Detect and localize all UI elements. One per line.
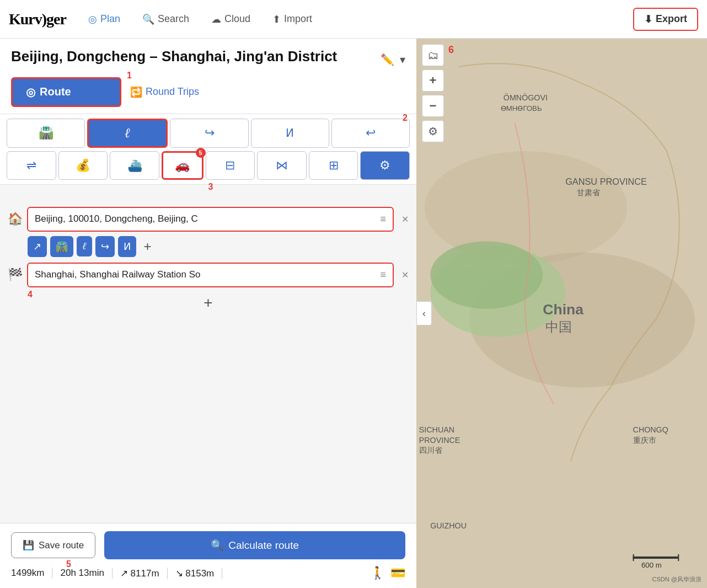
calculate-route-button[interactable]: 🔍 Calculate route bbox=[104, 531, 405, 559]
svg-text:中国: 中国 bbox=[545, 319, 572, 334]
route-title: Beijing, Dongcheng – Shanghai, Jing'an D… bbox=[11, 47, 337, 66]
layers-icon: 🗂 bbox=[427, 49, 438, 62]
nav-search[interactable]: 🔍 Search bbox=[133, 9, 198, 30]
stat-descent: ↘ 8153m bbox=[168, 568, 223, 579]
wp-curvy-btn[interactable]: ℓ bbox=[77, 236, 92, 256]
turn-right-icon: ↪ bbox=[205, 126, 215, 140]
ferry-btn[interactable]: ⛴️ bbox=[110, 151, 159, 180]
waypoint-row-1: 🏠 ≡ ✕ bbox=[8, 207, 409, 232]
round-trips-button[interactable]: 🔁 Round Trips bbox=[130, 86, 199, 98]
route-button[interactable]: ◎ Route bbox=[11, 77, 121, 107]
annotation-4: 4 bbox=[28, 290, 33, 300]
svg-text:GANSU PROVINCE: GANSU PROVINCE bbox=[565, 177, 647, 186]
shuffle-btn[interactable]: ⇌ bbox=[7, 151, 56, 180]
wp-highway-btn[interactable]: 🛣️ bbox=[50, 236, 73, 257]
plus-icon: + bbox=[430, 73, 437, 88]
zoom-out-btn[interactable]: − bbox=[422, 95, 444, 117]
minus-icon: − bbox=[430, 99, 437, 113]
start-icon: 🏠 bbox=[8, 212, 23, 226]
end-icon: 🏁 bbox=[8, 268, 23, 282]
calc-icon: 🔍 bbox=[211, 539, 224, 552]
grid-btn[interactable]: ⊞ bbox=[309, 151, 358, 180]
save-icon: 💾 bbox=[23, 539, 34, 551]
arrow-icon: ↗ bbox=[33, 240, 41, 253]
edit-icon[interactable]: ✏️ bbox=[381, 53, 394, 66]
close-waypoint-2[interactable]: ✕ bbox=[401, 270, 409, 280]
nav-export[interactable]: ⬇ Export bbox=[633, 8, 698, 31]
action-row: 1 ◎ Route 🔁 Round Trips bbox=[11, 77, 405, 107]
annotation-2: 2 bbox=[403, 113, 408, 123]
nav-plan[interactable]: ◎ Plan bbox=[79, 9, 129, 30]
car-icon: 🚗 bbox=[175, 158, 190, 173]
road-type-row: 2 🛣️ ℓ ↪ Ͷ ↩ bbox=[7, 119, 410, 148]
wp-add-btn[interactable]: + bbox=[140, 237, 156, 256]
stat-distance: 1499km bbox=[11, 568, 52, 579]
waypoint-2-input-wrap: ≡ bbox=[27, 263, 394, 287]
tunnel-btn[interactable]: ⊟ bbox=[206, 151, 255, 180]
annotation-3: 3 bbox=[208, 182, 213, 192]
left-panel: Beijing, Dongcheng – Shanghai, Jing'an D… bbox=[0, 39, 416, 588]
waypoint-1-input[interactable] bbox=[35, 213, 376, 224]
annotation-6: 6 bbox=[448, 44, 454, 56]
route-btn-label: Route bbox=[40, 85, 71, 98]
merge-icon: ⋈ bbox=[276, 158, 288, 173]
merge-btn[interactable]: ⋈ bbox=[257, 151, 307, 180]
gear-icon: ⚙ bbox=[428, 125, 438, 138]
add-waypoint-btn[interactable]: + bbox=[199, 292, 217, 314]
nav-import[interactable]: ⬆ Import bbox=[264, 9, 321, 30]
settings-btn[interactable]: ⚙ bbox=[360, 151, 410, 180]
waypoints-area: 🏠 ≡ ✕ ↗ 🛣️ ℓ ↪ bbox=[0, 200, 416, 523]
turn-right-btn[interactable]: ↪ bbox=[170, 119, 248, 148]
grid-icon: ⊞ bbox=[329, 158, 339, 173]
drag-icon-1[interactable]: ≡ bbox=[380, 213, 386, 225]
save-btn-label: Save route bbox=[39, 540, 84, 551]
annotation-5: 5 bbox=[66, 559, 71, 569]
close-waypoint-1[interactable]: ✕ bbox=[401, 214, 409, 224]
nav-export-label: Export bbox=[656, 13, 687, 25]
svg-text:PROVINCE: PROVINCE bbox=[419, 436, 460, 445]
waypoint-2-input[interactable] bbox=[35, 269, 376, 280]
wp-arrow-btn[interactable]: ↗ bbox=[28, 236, 47, 257]
zigzag-btn[interactable]: Ͷ bbox=[251, 119, 329, 148]
round-trips-icon: 🔁 bbox=[130, 86, 142, 98]
settings-icon: ⚙ bbox=[379, 158, 390, 173]
drag-icon-2[interactable]: ≡ bbox=[380, 269, 386, 281]
svg-text:ӨМНӨГОВЬ: ӨМНӨГОВЬ bbox=[501, 104, 542, 113]
svg-rect-19 bbox=[633, 557, 678, 559]
stat-ascent: ↗ 8117m bbox=[113, 568, 168, 579]
dropdown-icon[interactable]: ▾ bbox=[400, 53, 405, 66]
shuffle-icon: ⇌ bbox=[26, 158, 36, 173]
wp-turn-btn[interactable]: ↪ bbox=[95, 236, 115, 257]
wp-zigzag-btn[interactable]: Ͷ bbox=[118, 236, 136, 257]
highway-btn[interactable]: 🛣️ bbox=[7, 119, 85, 148]
ferry-icon: ⛴️ bbox=[127, 158, 142, 173]
svg-text:CHONGQ: CHONGQ bbox=[633, 425, 668, 434]
plus-row: + bbox=[8, 292, 409, 314]
route-icon: ◎ bbox=[26, 85, 35, 99]
curvy-btn[interactable]: ℓ bbox=[87, 119, 168, 148]
car-btn-wrap: 🚗 5 bbox=[162, 151, 203, 180]
nav-import-label: Import bbox=[284, 13, 312, 25]
svg-text:SICHUAN: SICHUAN bbox=[419, 425, 454, 434]
annotation-1: 1 bbox=[127, 71, 132, 81]
calc-btn-label: Calculate route bbox=[228, 539, 299, 552]
watermark: CSDN @风华浪浪 bbox=[652, 575, 701, 584]
sharp-turn-btn[interactable]: ↩ bbox=[331, 119, 410, 148]
car-badge: 5 bbox=[196, 148, 206, 158]
export-icon: ⬇ bbox=[644, 13, 652, 25]
zoom-in-btn[interactable]: + bbox=[422, 70, 444, 92]
import-icon: ⬆ bbox=[272, 13, 281, 25]
map-collapse-btn[interactable]: ‹ bbox=[416, 301, 432, 325]
nav-cloud[interactable]: ☁ Cloud bbox=[202, 9, 259, 30]
logo: Kurv)ger bbox=[9, 10, 66, 28]
map-settings-btn[interactable]: ⚙ bbox=[422, 120, 444, 142]
layers-btn[interactable]: 🗂 bbox=[422, 44, 444, 66]
stat-time: 20h 13min bbox=[52, 568, 112, 579]
icon-rows: 2 🛣️ ℓ ↪ Ͷ ↩ 3 bbox=[0, 114, 416, 185]
save-route-button[interactable]: 💾 Save route bbox=[11, 532, 95, 558]
toll-btn[interactable]: 💰 bbox=[58, 151, 108, 180]
route-title-area: Beijing, Dongcheng – Shanghai, Jing'an D… bbox=[0, 39, 416, 114]
svg-point-1 bbox=[425, 151, 627, 264]
map-area: ÖMNÖGOVI ӨМНӨГОВЬ GANSU PROVINCE 甘肃省 Chi… bbox=[416, 39, 707, 588]
nav-plan-label: Plan bbox=[100, 13, 120, 25]
